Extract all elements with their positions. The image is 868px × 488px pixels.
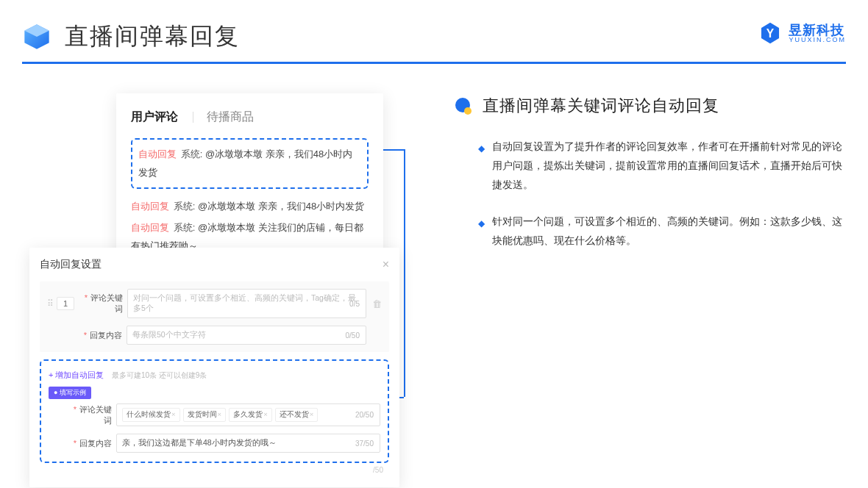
auto-reply-tag: 自动回复 [131,201,169,212]
keyword-label: 评论关键词 [80,293,123,315]
system-tag: 系统: [174,201,196,212]
example-kw-count: 20/50 [355,411,374,419]
add-note: 最多可建10条 还可以创建9条 [112,371,207,379]
diamond-bullet-icon: ◆ [478,215,485,251]
content-count: 0/50 [346,331,360,340]
keyword-chip: 发货时间× [183,408,227,422]
auto-reply-tag: 自动回复 [138,148,177,159]
system-tag: 系统: [181,148,203,159]
keyword-chip: 什么时候发货× [122,408,180,422]
content-label: 回复内容 [79,330,122,341]
page-title: 直播间弹幕回复 [65,21,240,53]
tab-pending-products[interactable]: 待播商品 [207,110,254,125]
brand-block: Y 昱新科技 YUUXIN.COM [758,21,846,46]
keyword-chip: 还不发货× [275,408,319,422]
delete-icon[interactable]: 🗑 [372,298,382,309]
section-title: 直播间弹幕关键词评论自动回复 [483,95,719,117]
comment-text: @冰墩墩本墩 亲亲，我们48小时内发货 [198,201,364,212]
comments-panel: 用户评论 待播商品 自动回复 系统: @冰墩墩本墩 亲亲，我们48小时内发货 自… [116,93,383,273]
keyword-input[interactable]: 对问一个问题，可设置多个相近、高频的关键词，Tag确定，最多5个 0/5 [127,289,366,318]
connector-line [383,149,404,151]
auto-reply-tag: 自动回复 [131,222,169,233]
lower-count: /50 [40,463,389,474]
example-content-input[interactable]: 亲，我们这边都是下单48小时内发货的哦～ 37/50 [116,434,380,453]
settings-title: 自动回复设置 [40,258,102,271]
brand-name: 昱新科技 [789,24,846,37]
diamond-bullet-icon: ◆ [478,140,485,195]
keyword-chip: 多久发货× [229,408,272,422]
example-badge: ● 填写示例 [49,387,91,399]
svg-point-2 [464,107,472,115]
app-logo-icon [22,22,51,51]
rule-index: 1 [57,297,74,310]
highlighted-comment: 自动回复 系统: @冰墩墩本墩 亲亲，我们48小时内发货 [131,138,369,189]
example-keyword-input[interactable]: 什么时候发货× 发货时间× 多久发货× 还不发货× 20/50 [116,403,380,426]
section-bullet-icon [453,96,474,116]
example-content-label: 回复内容 [69,438,112,449]
bullet-item: ◆ 针对同一个问题，可设置多个相近的、高频的关键词。例如：这款多少钱、这块能优惠… [453,212,846,251]
connector-line [404,149,405,397]
svg-text:Y: Y [766,27,775,40]
bullet-item: ◆ 自动回复设置为了提升作者的评论回复效率，作者可在开播前针对常见的评论用户问题… [453,137,846,195]
system-tag: 系统: [174,222,196,233]
close-icon[interactable]: × [383,258,389,271]
brand-logo-icon: Y [758,21,783,46]
bullet-text: 针对同一个问题，可设置多个相近的、高频的关键词。例如：这款多少钱、这块能优惠吗、… [492,212,846,251]
tab-user-comments[interactable]: 用户评论 [131,110,178,125]
keyword-count: 0/5 [349,300,360,308]
bullet-text: 自动回复设置为了提升作者的评论回复效率，作者可在开播前针对常见的评论用户问题，提… [492,137,846,195]
tab-divider [193,112,193,123]
content-input[interactable]: 每条限50个中文字符 0/50 [127,326,366,345]
auto-reply-settings-panel: 自动回复设置 × ⠿ 1 评论关键词 对问一个问题，可设置多个相近、高频的关键词… [29,248,399,487]
example-ct-count: 37/50 [355,439,374,448]
brand-subtitle: YUUXIN.COM [789,37,846,43]
add-auto-reply-link[interactable]: + 增加自动回复 [49,370,104,379]
example-highlighted-block: + 增加自动回复 最多可建10条 还可以创建9条 ● 填写示例 评论关键词 什么… [40,359,389,463]
example-keyword-label: 评论关键词 [69,404,112,426]
